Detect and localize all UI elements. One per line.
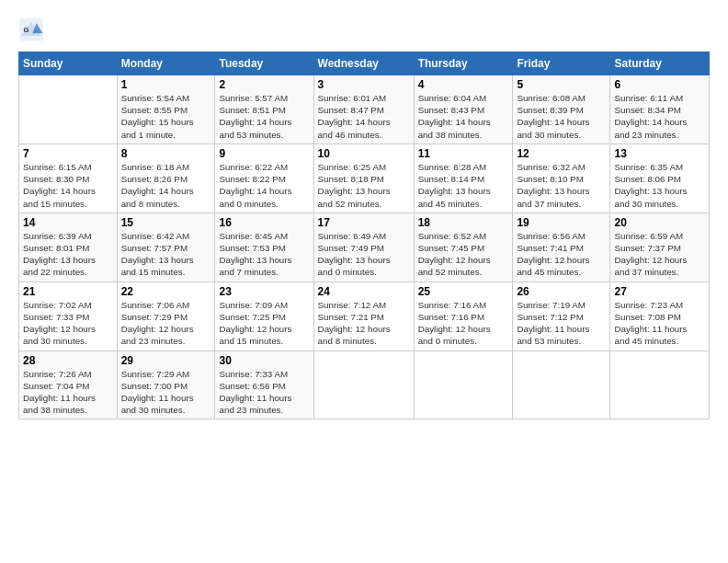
calendar-cell: 23Sunrise: 7:09 AMSunset: 7:25 PMDayligh… <box>215 282 313 350</box>
calendar-cell: 27Sunrise: 7:23 AMSunset: 7:08 PMDayligh… <box>610 282 710 350</box>
header-wednesday: Wednesday <box>313 52 414 75</box>
day-number: 8 <box>121 147 211 160</box>
day-info: Sunrise: 7:29 AMSunset: 7:00 PMDaylight:… <box>121 368 211 417</box>
day-info: Sunrise: 7:09 AMSunset: 7:25 PMDaylight:… <box>219 299 309 348</box>
header-friday: Friday <box>513 52 610 75</box>
day-number: 7 <box>23 147 113 160</box>
calendar-cell: 21Sunrise: 7:02 AMSunset: 7:33 PMDayligh… <box>19 282 118 350</box>
day-number: 26 <box>517 285 606 298</box>
day-number: 20 <box>614 216 705 229</box>
day-info: Sunrise: 7:19 AMSunset: 7:12 PMDaylight:… <box>517 299 606 348</box>
day-info: Sunrise: 7:33 AMSunset: 6:56 PMDaylight:… <box>219 368 309 417</box>
calendar-cell <box>414 350 513 419</box>
day-info: Sunrise: 6:56 AMSunset: 7:41 PMDaylight:… <box>517 230 606 279</box>
day-info: Sunrise: 7:26 AMSunset: 7:04 PMDaylight:… <box>23 368 113 417</box>
header-monday: Monday <box>117 52 215 75</box>
calendar-cell: 5Sunrise: 6:08 AMSunset: 8:39 PMDaylight… <box>513 75 610 144</box>
day-info: Sunrise: 7:23 AMSunset: 7:08 PMDaylight:… <box>614 299 705 348</box>
calendar-cell: 8Sunrise: 6:18 AMSunset: 8:26 PMDaylight… <box>117 144 215 213</box>
calendar-cell: 9Sunrise: 6:22 AMSunset: 8:22 PMDaylight… <box>215 144 313 213</box>
calendar-cell: 20Sunrise: 6:59 AMSunset: 7:37 PMDayligh… <box>610 213 710 282</box>
calendar-header-row: SundayMondayTuesdayWednesdayThursdayFrid… <box>19 52 710 75</box>
day-number: 9 <box>219 147 309 160</box>
day-number: 1 <box>121 78 211 91</box>
calendar-cell: 14Sunrise: 6:39 AMSunset: 8:01 PMDayligh… <box>19 213 118 282</box>
day-number: 6 <box>614 78 705 91</box>
day-number: 29 <box>121 354 211 367</box>
day-info: Sunrise: 6:11 AMSunset: 8:34 PMDaylight:… <box>614 92 705 141</box>
day-number: 17 <box>318 216 410 229</box>
day-number: 27 <box>614 285 705 298</box>
day-number: 23 <box>219 285 309 298</box>
day-info: Sunrise: 6:35 AMSunset: 8:06 PMDaylight:… <box>614 161 705 210</box>
calendar-cell: 17Sunrise: 6:49 AMSunset: 7:49 PMDayligh… <box>313 213 414 282</box>
logo-icon: G <box>18 17 44 42</box>
day-info: Sunrise: 6:01 AMSunset: 8:47 PMDaylight:… <box>318 92 410 141</box>
calendar-cell: 11Sunrise: 6:28 AMSunset: 8:14 PMDayligh… <box>414 144 513 213</box>
calendar-cell: 28Sunrise: 7:26 AMSunset: 7:04 PMDayligh… <box>19 350 118 419</box>
day-info: Sunrise: 7:02 AMSunset: 7:33 PMDaylight:… <box>23 299 113 348</box>
day-number: 11 <box>418 147 509 160</box>
calendar-week-row: 28Sunrise: 7:26 AMSunset: 7:04 PMDayligh… <box>19 350 710 419</box>
day-info: Sunrise: 6:15 AMSunset: 8:30 PMDaylight:… <box>23 161 113 210</box>
day-number: 25 <box>418 285 509 298</box>
day-number: 4 <box>418 78 509 91</box>
day-info: Sunrise: 6:08 AMSunset: 8:39 PMDaylight:… <box>517 92 606 141</box>
calendar-cell: 15Sunrise: 6:42 AMSunset: 7:57 PMDayligh… <box>117 213 215 282</box>
header-saturday: Saturday <box>610 52 710 75</box>
page-header: G <box>18 17 710 42</box>
calendar-week-row: 14Sunrise: 6:39 AMSunset: 8:01 PMDayligh… <box>19 213 710 282</box>
header-sunday: Sunday <box>19 52 118 75</box>
day-info: Sunrise: 7:06 AMSunset: 7:29 PMDaylight:… <box>121 299 211 348</box>
calendar-cell: 4Sunrise: 6:04 AMSunset: 8:43 PMDaylight… <box>414 75 513 144</box>
day-info: Sunrise: 6:49 AMSunset: 7:49 PMDaylight:… <box>318 230 410 279</box>
day-number: 13 <box>614 147 705 160</box>
day-info: Sunrise: 6:52 AMSunset: 7:45 PMDaylight:… <box>418 230 509 279</box>
day-number: 30 <box>219 354 309 367</box>
day-info: Sunrise: 6:25 AMSunset: 8:18 PMDaylight:… <box>318 161 410 210</box>
calendar-cell: 12Sunrise: 6:32 AMSunset: 8:10 PMDayligh… <box>513 144 610 213</box>
calendar-cell: 6Sunrise: 6:11 AMSunset: 8:34 PMDaylight… <box>610 75 710 144</box>
day-info: Sunrise: 6:45 AMSunset: 7:53 PMDaylight:… <box>219 230 309 279</box>
calendar-cell: 3Sunrise: 6:01 AMSunset: 8:47 PMDaylight… <box>313 75 414 144</box>
day-number: 21 <box>23 285 113 298</box>
calendar-cell <box>513 350 610 419</box>
day-info: Sunrise: 6:59 AMSunset: 7:37 PMDaylight:… <box>614 230 705 279</box>
day-number: 15 <box>121 216 211 229</box>
day-number: 19 <box>517 216 606 229</box>
day-number: 14 <box>23 216 113 229</box>
day-info: Sunrise: 6:39 AMSunset: 8:01 PMDaylight:… <box>23 230 113 279</box>
calendar-cell: 19Sunrise: 6:56 AMSunset: 7:41 PMDayligh… <box>513 213 610 282</box>
day-number: 16 <box>219 216 309 229</box>
logo: G <box>18 17 48 42</box>
day-number: 12 <box>517 147 606 160</box>
day-number: 28 <box>23 354 113 367</box>
calendar-cell <box>19 75 118 144</box>
day-number: 10 <box>318 147 410 160</box>
day-info: Sunrise: 7:16 AMSunset: 7:16 PMDaylight:… <box>418 299 509 348</box>
day-number: 5 <box>517 78 606 91</box>
calendar-cell: 2Sunrise: 5:57 AMSunset: 8:51 PMDaylight… <box>215 75 313 144</box>
calendar-cell: 18Sunrise: 6:52 AMSunset: 7:45 PMDayligh… <box>414 213 513 282</box>
day-info: Sunrise: 5:54 AMSunset: 8:55 PMDaylight:… <box>121 92 211 141</box>
day-info: Sunrise: 5:57 AMSunset: 8:51 PMDaylight:… <box>219 92 309 141</box>
day-info: Sunrise: 6:22 AMSunset: 8:22 PMDaylight:… <box>219 161 309 210</box>
day-info: Sunrise: 6:04 AMSunset: 8:43 PMDaylight:… <box>418 92 509 141</box>
svg-text:G: G <box>24 26 29 34</box>
day-number: 24 <box>318 285 410 298</box>
day-info: Sunrise: 6:42 AMSunset: 7:57 PMDaylight:… <box>121 230 211 279</box>
day-number: 18 <box>418 216 509 229</box>
calendar-cell: 29Sunrise: 7:29 AMSunset: 7:00 PMDayligh… <box>117 350 215 419</box>
calendar-cell: 25Sunrise: 7:16 AMSunset: 7:16 PMDayligh… <box>414 282 513 350</box>
calendar-cell <box>313 350 414 419</box>
day-info: Sunrise: 6:18 AMSunset: 8:26 PMDaylight:… <box>121 161 211 210</box>
calendar-cell: 22Sunrise: 7:06 AMSunset: 7:29 PMDayligh… <box>117 282 215 350</box>
calendar-cell: 24Sunrise: 7:12 AMSunset: 7:21 PMDayligh… <box>313 282 414 350</box>
calendar-week-row: 21Sunrise: 7:02 AMSunset: 7:33 PMDayligh… <box>19 282 710 350</box>
calendar-cell: 10Sunrise: 6:25 AMSunset: 8:18 PMDayligh… <box>313 144 414 213</box>
calendar-cell: 26Sunrise: 7:19 AMSunset: 7:12 PMDayligh… <box>513 282 610 350</box>
day-number: 2 <box>219 78 309 91</box>
calendar-cell: 1Sunrise: 5:54 AMSunset: 8:55 PMDaylight… <box>117 75 215 144</box>
calendar-cell: 16Sunrise: 6:45 AMSunset: 7:53 PMDayligh… <box>215 213 313 282</box>
day-number: 3 <box>318 78 410 91</box>
